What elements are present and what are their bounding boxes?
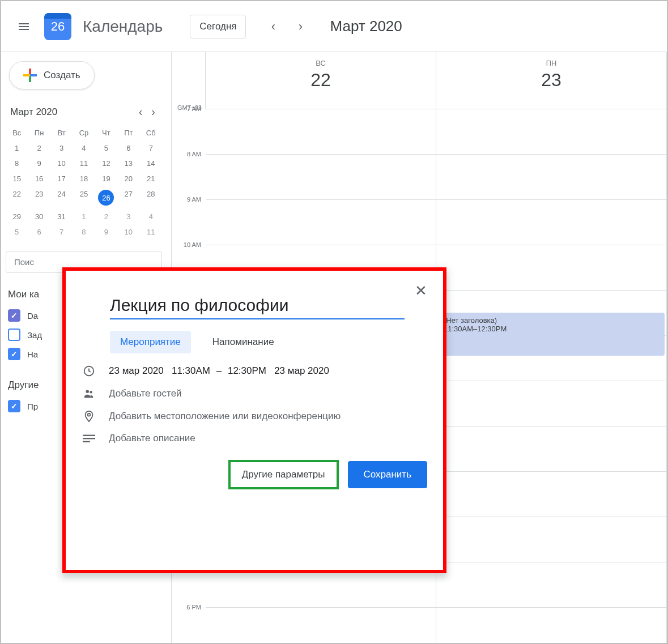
next-period-button[interactable]: › (289, 15, 312, 38)
mini-day[interactable]: 7 (140, 140, 162, 156)
time-label: 6 PM (172, 604, 206, 644)
event-create-popup: ✕ Мероприятие Напоминание 23 мар 2020 11… (62, 267, 446, 573)
mini-day[interactable]: 16 (28, 171, 50, 186)
more-options-button[interactable]: Другие параметры (228, 460, 339, 489)
clock-icon (82, 365, 96, 377)
mini-day[interactable]: 23 (28, 186, 50, 209)
mini-dow: Вт (50, 125, 73, 140)
description-icon (82, 434, 96, 443)
mini-day[interactable]: 13 (117, 156, 139, 171)
calendar-checkbox[interactable] (8, 329, 20, 341)
mini-day[interactable]: 1 (6, 140, 28, 156)
mini-day[interactable]: 3 (117, 209, 139, 224)
svg-point-1 (86, 390, 90, 394)
add-guests-field[interactable]: Добавьте гостей (109, 388, 182, 399)
event-chip-title: (Нет заголовка) (444, 316, 659, 325)
mini-day[interactable]: 29 (6, 209, 28, 224)
tab-event[interactable]: Мероприятие (110, 331, 191, 353)
calendar-checkbox[interactable] (8, 400, 20, 412)
mini-day[interactable]: 11 (73, 156, 95, 171)
mini-day[interactable]: 2 (28, 140, 50, 156)
mini-day[interactable]: 4 (73, 140, 95, 156)
calendar-label: Пр (27, 402, 38, 411)
mini-day[interactable]: 26 (95, 186, 117, 209)
mini-day[interactable]: 10 (117, 224, 139, 240)
mini-day[interactable]: 1 (73, 209, 95, 224)
mini-day[interactable]: 5 (95, 140, 117, 156)
day-of-week: ПН (436, 59, 666, 67)
location-icon (82, 410, 96, 423)
plus-icon (23, 69, 37, 82)
svg-point-3 (88, 413, 91, 416)
create-button[interactable]: Создать (9, 61, 95, 89)
mini-day[interactable]: 10 (50, 156, 73, 171)
calendar-label: На (27, 349, 38, 359)
save-button[interactable]: Сохранить (348, 461, 427, 488)
mini-day[interactable]: 6 (117, 140, 139, 156)
add-location-field[interactable]: Добавить местоположение или видеоконфере… (109, 411, 341, 422)
mini-day[interactable]: 28 (140, 186, 162, 209)
mini-day[interactable]: 27 (117, 186, 139, 209)
mini-day[interactable]: 6 (28, 224, 50, 240)
mini-dow: Вс (6, 125, 28, 140)
mini-day[interactable]: 20 (117, 171, 139, 186)
event-title-input[interactable] (110, 292, 405, 319)
mini-day[interactable]: 24 (50, 186, 73, 209)
mini-day[interactable]: 3 (50, 140, 73, 156)
mini-dow: Чт (95, 125, 117, 140)
svg-rect-5 (83, 438, 95, 439)
mini-day[interactable]: 22 (6, 186, 28, 209)
calendar-logo-icon: 26 (44, 13, 71, 40)
day-of-week: ВС (206, 59, 436, 67)
mini-calendar: ВсПнВтСрЧтПтСб12345678910111213141516171… (6, 125, 162, 240)
time-label: 9 AM (172, 196, 206, 241)
mini-day[interactable]: 5 (6, 224, 28, 240)
mini-day[interactable]: 14 (140, 156, 162, 171)
mini-day[interactable]: 19 (95, 171, 117, 186)
calendar-checkbox[interactable] (8, 348, 20, 360)
mini-day[interactable]: 18 (73, 171, 95, 186)
day-column-header[interactable]: ВС 22 (206, 52, 436, 109)
event-time-row[interactable]: 23 мар 2020 11:30AM – 12:30PM 23 мар 202… (109, 365, 329, 377)
mini-day[interactable]: 9 (95, 224, 117, 240)
current-month-label: Март 2020 (330, 18, 402, 35)
mini-day[interactable]: 8 (73, 224, 95, 240)
svg-rect-6 (83, 441, 90, 442)
menu-icon[interactable] (10, 13, 37, 40)
mini-day[interactable]: 7 (50, 224, 73, 240)
mini-day[interactable]: 12 (95, 156, 117, 171)
mini-day[interactable]: 15 (6, 171, 28, 186)
event-chip-time: 11:30AM–12:30PM (444, 325, 659, 333)
app-header: 26 Календарь Сегодня ‹ › Март 2020 (1, 1, 667, 52)
mini-day[interactable]: 8 (6, 156, 28, 171)
day-column[interactable]: (Нет заголовка) 11:30AM–12:30PM (436, 109, 667, 643)
mini-dow: Пн (28, 125, 50, 140)
mini-day[interactable]: 2 (95, 209, 117, 224)
mini-day[interactable]: 17 (50, 171, 73, 186)
prev-period-button[interactable]: ‹ (262, 15, 284, 38)
mini-dow: Пт (117, 125, 139, 140)
tab-reminder[interactable]: Напоминание (202, 331, 284, 353)
mini-day[interactable]: 11 (140, 224, 162, 240)
mini-cal-title: Март 2020 (10, 106, 57, 118)
event-chip[interactable]: (Нет заголовка) 11:30AM–12:30PM (438, 313, 665, 356)
day-number: 22 (206, 70, 436, 91)
svg-rect-4 (83, 435, 95, 436)
mini-day[interactable]: 30 (28, 209, 50, 224)
mini-day[interactable]: 4 (140, 209, 162, 224)
mini-day[interactable]: 9 (28, 156, 50, 171)
mini-day[interactable]: 21 (140, 171, 162, 186)
mini-prev-button[interactable]: ‹ (137, 103, 145, 121)
create-button-label: Создать (44, 70, 80, 81)
mini-day[interactable]: 25 (73, 186, 95, 209)
people-icon (82, 387, 96, 400)
mini-next-button[interactable]: › (149, 103, 158, 121)
time-label: 7 AM (172, 105, 206, 151)
add-description-field[interactable]: Добавьте описание (109, 433, 195, 444)
svg-point-2 (90, 391, 92, 394)
mini-day[interactable]: 31 (50, 209, 73, 224)
day-column-header[interactable]: ПН 23 (436, 52, 667, 109)
close-icon[interactable]: ✕ (415, 282, 427, 300)
today-button[interactable]: Сегодня (190, 15, 246, 39)
calendar-checkbox[interactable] (8, 309, 20, 322)
